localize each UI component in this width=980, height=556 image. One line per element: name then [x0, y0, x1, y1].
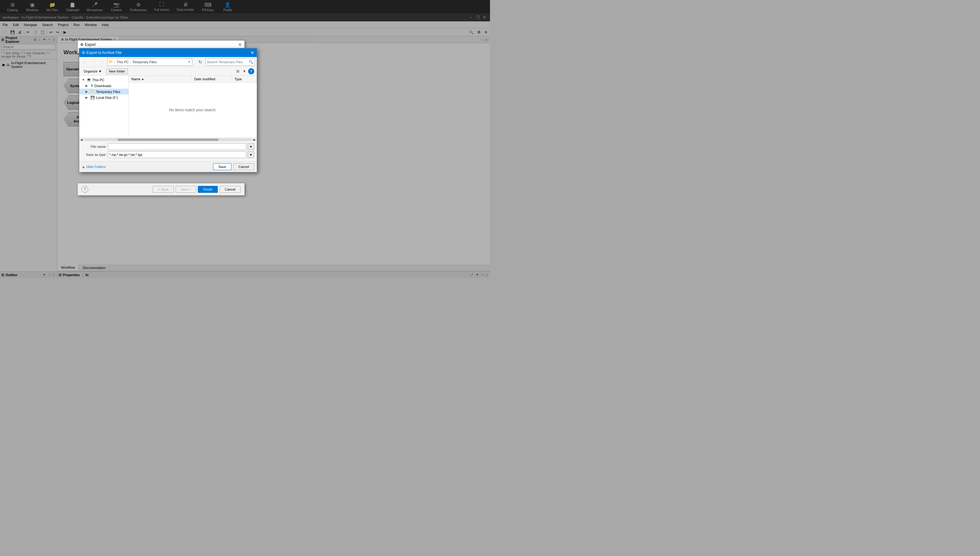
- wizard-cancel-button[interactable]: Cancel: [219, 186, 241, 193]
- col-date[interactable]: Date modified: [192, 76, 232, 82]
- scroll-left-btn[interactable]: ◀: [79, 137, 84, 142]
- localdisk-icon: 💾: [90, 95, 95, 100]
- nav-up-btn[interactable]: ↑: [98, 58, 106, 66]
- fb-search-input[interactable]: [207, 60, 247, 64]
- breadcrumb-thispc[interactable]: This PC: [117, 60, 129, 64]
- export-main-close[interactable]: ✕: [251, 50, 254, 55]
- export-outer-icon: ⚙: [80, 42, 84, 47]
- tempfiles-icon: 📁: [90, 90, 95, 94]
- hide-folders-btn[interactable]: ▲ Hide Folders: [82, 165, 106, 169]
- saveastype-dropdown[interactable]: ▼: [247, 151, 254, 158]
- thispc-icon: 💻: [87, 78, 91, 82]
- wizard-help-btn[interactable]: ?: [81, 186, 88, 193]
- fb-main: ▼ 💻 This PC ▶ ⬇ Downloads ▶ 📁 Temporary …: [79, 76, 257, 137]
- fb-tree-tempfiles[interactable]: ▶ 📁 Temporary Files: [79, 89, 129, 95]
- fb-scrollbar: ◀ ▶: [79, 137, 257, 141]
- help-btn[interactable]: ?: [248, 68, 254, 74]
- export-main-title: Export to Archive File: [86, 50, 121, 55]
- cancel-button[interactable]: Cancel: [233, 163, 254, 170]
- hide-folders-label: Hide Folders: [86, 165, 106, 169]
- view-list-btn[interactable]: ▼: [241, 68, 247, 74]
- downloads-icon: ⬇: [90, 84, 93, 88]
- breadcrumb-tempfiles[interactable]: Temporary Files: [132, 60, 156, 64]
- export-outer-titlebar: ⚙ Export ✕: [78, 40, 244, 48]
- nav-back-btn[interactable]: ←: [81, 58, 89, 66]
- hide-folders-chevron: ▲: [82, 165, 85, 169]
- col-type[interactable]: Type: [232, 76, 257, 82]
- fb-search-icon: 🔍: [249, 60, 253, 64]
- wizard-dialog: ? < Back Next > Finish Cancel: [77, 183, 245, 196]
- fb-content: Name ▲ Date modified Type No items match…: [129, 76, 257, 137]
- fb-organize-bar: Organize ▼ New folder ⊞ ▼ ?: [79, 67, 257, 76]
- tempfiles-expand-icon: ▶: [85, 90, 89, 93]
- filename-label: File name:: [82, 145, 106, 149]
- export-main-titlebar: ⚙ Export to Archive File ✕: [79, 48, 257, 57]
- export-main-icon: ⚙: [82, 50, 85, 55]
- export-outer-title: Export: [85, 42, 96, 47]
- scroll-thumb: [118, 139, 218, 141]
- fb-column-header: Name ▲ Date modified Type: [129, 76, 257, 82]
- localdisk-label: Local Disk (F:): [96, 96, 118, 100]
- fb-tree: ▼ 💻 This PC ▶ ⬇ Downloads ▶ 📁 Temporary …: [79, 76, 129, 137]
- nav-forward-btn[interactable]: →: [90, 58, 97, 66]
- fb-bottom: ▲ Hide Folders Save Cancel: [79, 161, 257, 172]
- downloads-expand-icon: ▶: [85, 84, 89, 87]
- saveastype-input[interactable]: [108, 151, 246, 158]
- finish-button[interactable]: Finish: [198, 186, 218, 193]
- tempfiles-label: Temporary Files: [96, 90, 120, 94]
- filename-row: File name: ▼: [82, 143, 254, 150]
- organize-btn[interactable]: Organize ▼: [82, 69, 104, 74]
- filename-dropdown[interactable]: ▼: [247, 143, 254, 150]
- new-folder-btn[interactable]: New folder: [106, 68, 128, 74]
- breadcrumb-dropdown[interactable]: ▼: [188, 60, 191, 63]
- organize-chevron: ▼: [98, 70, 102, 73]
- scroll-right-btn[interactable]: ▶: [252, 137, 257, 142]
- organize-label: Organize: [84, 70, 98, 73]
- downloads-label: Downloads: [95, 84, 111, 88]
- next-button[interactable]: Next >: [176, 186, 196, 193]
- saveastype-label: Save as type:: [82, 153, 106, 157]
- fb-tree-downloads[interactable]: ▶ ⬇ Downloads: [79, 83, 129, 89]
- export-outer-close[interactable]: ✕: [238, 42, 242, 47]
- saveastype-row: Save as type: ▼: [82, 151, 254, 158]
- thispc-expand-icon: ▼: [82, 78, 85, 81]
- fb-view-btns: ⊞ ▼ ?: [235, 68, 254, 74]
- filename-input[interactable]: [108, 143, 246, 150]
- nav-refresh-btn[interactable]: ↻: [197, 58, 204, 66]
- breadcrumb-bar: 📁 › This PC › Temporary Files ▼: [107, 58, 192, 66]
- localdisk-expand-icon: ▶: [85, 96, 89, 99]
- fb-fields: File name: ▼ Save as type: ▼: [79, 141, 257, 161]
- fb-tree-thispc[interactable]: ▼ 💻 This PC: [79, 77, 129, 83]
- wizard-bottom: ? < Back Next > Finish Cancel: [78, 183, 244, 195]
- view-grid-btn[interactable]: ⊞: [235, 68, 241, 74]
- scroll-track[interactable]: [84, 139, 252, 141]
- fb-search: 🔍: [205, 58, 255, 66]
- thispc-label: This PC: [92, 78, 105, 82]
- file-browser-toolbar: ← → ↑ 📁 › This PC › Temporary Files ▼ ↻ …: [79, 57, 257, 67]
- export-main-dialog: ⚙ Export to Archive File ✕ ← → ↑ 📁 › Thi…: [79, 48, 257, 172]
- fb-empty-message: No items match your search.: [129, 82, 257, 137]
- sort-arrow: ▲: [141, 78, 144, 81]
- breadcrumb-folder-icon: 📁: [109, 60, 113, 64]
- save-button[interactable]: Save: [213, 163, 231, 170]
- fb-tree-localdisk[interactable]: ▶ 💾 Local Disk (F:): [79, 95, 129, 100]
- back-button[interactable]: < Back: [153, 186, 174, 193]
- col-name[interactable]: Name ▲: [129, 76, 192, 82]
